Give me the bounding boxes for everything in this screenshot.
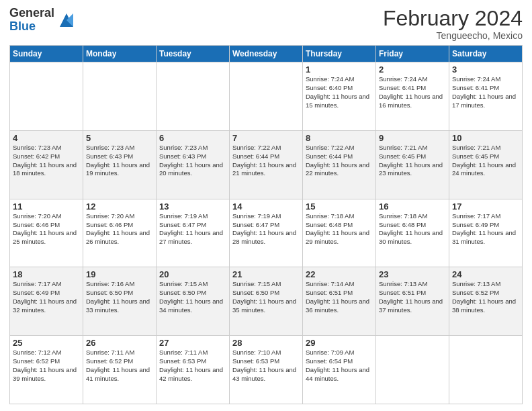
day-info: Sunrise: 7:11 AM Sunset: 6:52 PM Dayligh… (86, 349, 153, 383)
day-info: Sunrise: 7:19 AM Sunset: 6:47 PM Dayligh… (159, 212, 226, 246)
subtitle: Tengueecho, Mexico (383, 30, 523, 41)
calendar-cell: 2Sunrise: 7:24 AM Sunset: 6:41 PM Daylig… (376, 62, 449, 131)
calendar-week-5: 25Sunrise: 7:12 AM Sunset: 6:52 PM Dayli… (10, 336, 523, 404)
calendar-cell: 4Sunrise: 7:23 AM Sunset: 6:42 PM Daylig… (10, 130, 83, 199)
day-number: 14 (232, 201, 300, 212)
day-info: Sunrise: 7:18 AM Sunset: 6:48 PM Dayligh… (379, 212, 446, 246)
day-number: 15 (306, 201, 373, 212)
day-number: 29 (306, 338, 373, 348)
calendar-cell: 19Sunrise: 7:16 AM Sunset: 6:50 PM Dayli… (83, 267, 157, 336)
day-info: Sunrise: 7:20 AM Sunset: 6:46 PM Dayligh… (86, 212, 153, 246)
day-info: Sunrise: 7:09 AM Sunset: 6:54 PM Dayligh… (306, 349, 373, 383)
calendar-cell: 12Sunrise: 7:20 AM Sunset: 6:46 PM Dayli… (83, 199, 157, 267)
logo: General Blue (9, 7, 76, 34)
col-thursday: Thursday (303, 46, 376, 62)
day-number: 5 (86, 133, 153, 143)
day-info: Sunrise: 7:17 AM Sunset: 6:49 PM Dayligh… (452, 212, 519, 246)
day-number: 23 (379, 269, 446, 279)
day-info: Sunrise: 7:22 AM Sunset: 6:44 PM Dayligh… (232, 144, 300, 178)
col-wednesday: Wednesday (230, 46, 303, 62)
day-number: 21 (232, 269, 300, 279)
calendar-cell: 3Sunrise: 7:24 AM Sunset: 6:41 PM Daylig… (449, 62, 523, 131)
col-saturday: Saturday (449, 46, 523, 62)
day-info: Sunrise: 7:24 AM Sunset: 6:41 PM Dayligh… (452, 75, 519, 109)
calendar-week-2: 4Sunrise: 7:23 AM Sunset: 6:42 PM Daylig… (10, 130, 523, 199)
day-number: 26 (86, 338, 153, 348)
main-title: February 2024 (383, 7, 523, 30)
calendar-cell: 28Sunrise: 7:10 AM Sunset: 6:53 PM Dayli… (230, 336, 303, 404)
day-info: Sunrise: 7:21 AM Sunset: 6:45 PM Dayligh… (452, 144, 519, 178)
calendar: Sunday Monday Tuesday Wednesday Thursday… (9, 45, 523, 404)
day-number: 6 (159, 133, 226, 143)
calendar-cell (83, 62, 157, 131)
day-info: Sunrise: 7:24 AM Sunset: 6:40 PM Dayligh… (306, 75, 373, 109)
day-number: 25 (13, 338, 80, 348)
calendar-cell: 26Sunrise: 7:11 AM Sunset: 6:52 PM Dayli… (83, 336, 157, 404)
calendar-cell: 7Sunrise: 7:22 AM Sunset: 6:44 PM Daylig… (230, 130, 303, 199)
day-number: 8 (306, 133, 373, 143)
day-info: Sunrise: 7:24 AM Sunset: 6:41 PM Dayligh… (379, 75, 446, 109)
day-info: Sunrise: 7:20 AM Sunset: 6:46 PM Dayligh… (13, 212, 80, 246)
day-number: 22 (306, 269, 373, 279)
day-number: 24 (452, 269, 519, 279)
day-number: 17 (452, 201, 519, 212)
day-number: 16 (379, 201, 446, 212)
day-number: 11 (13, 201, 80, 212)
title-block: February 2024 Tengueecho, Mexico (383, 7, 523, 41)
calendar-cell: 5Sunrise: 7:23 AM Sunset: 6:43 PM Daylig… (83, 130, 157, 199)
day-number: 9 (379, 133, 446, 143)
day-info: Sunrise: 7:23 AM Sunset: 6:43 PM Dayligh… (159, 144, 226, 178)
calendar-cell: 22Sunrise: 7:14 AM Sunset: 6:51 PM Dayli… (303, 267, 376, 336)
day-info: Sunrise: 7:17 AM Sunset: 6:49 PM Dayligh… (13, 280, 80, 314)
calendar-week-1: 1Sunrise: 7:24 AM Sunset: 6:40 PM Daylig… (10, 62, 523, 131)
day-number: 7 (232, 133, 300, 143)
calendar-cell: 6Sunrise: 7:23 AM Sunset: 6:43 PM Daylig… (157, 130, 230, 199)
day-number: 13 (159, 201, 226, 212)
logo-text: General Blue (9, 7, 54, 34)
col-sunday: Sunday (10, 46, 83, 62)
day-info: Sunrise: 7:13 AM Sunset: 6:51 PM Dayligh… (379, 280, 446, 314)
calendar-cell (10, 62, 83, 131)
calendar-cell (230, 62, 303, 131)
day-info: Sunrise: 7:16 AM Sunset: 6:50 PM Dayligh… (86, 280, 153, 314)
day-info: Sunrise: 7:10 AM Sunset: 6:53 PM Dayligh… (232, 349, 300, 383)
calendar-cell (449, 336, 523, 404)
day-info: Sunrise: 7:12 AM Sunset: 6:52 PM Dayligh… (13, 349, 80, 383)
calendar-week-4: 18Sunrise: 7:17 AM Sunset: 6:49 PM Dayli… (10, 267, 523, 336)
calendar-cell: 14Sunrise: 7:19 AM Sunset: 6:47 PM Dayli… (230, 199, 303, 267)
day-info: Sunrise: 7:21 AM Sunset: 6:45 PM Dayligh… (379, 144, 446, 178)
calendar-cell: 21Sunrise: 7:15 AM Sunset: 6:50 PM Dayli… (230, 267, 303, 336)
page: General Blue February 2024 Tengueecho, M… (0, 0, 532, 411)
col-monday: Monday (83, 46, 157, 62)
calendar-cell: 13Sunrise: 7:19 AM Sunset: 6:47 PM Dayli… (157, 199, 230, 267)
calendar-header-row: Sunday Monday Tuesday Wednesday Thursday… (10, 46, 523, 62)
day-info: Sunrise: 7:15 AM Sunset: 6:50 PM Dayligh… (232, 280, 300, 314)
calendar-cell: 25Sunrise: 7:12 AM Sunset: 6:52 PM Dayli… (10, 336, 83, 404)
day-number: 28 (232, 338, 300, 348)
calendar-cell: 18Sunrise: 7:17 AM Sunset: 6:49 PM Dayli… (10, 267, 83, 336)
day-info: Sunrise: 7:22 AM Sunset: 6:44 PM Dayligh… (306, 144, 373, 178)
day-info: Sunrise: 7:18 AM Sunset: 6:48 PM Dayligh… (306, 212, 373, 246)
calendar-cell: 24Sunrise: 7:13 AM Sunset: 6:52 PM Dayli… (449, 267, 523, 336)
day-number: 27 (159, 338, 226, 348)
calendar-cell: 16Sunrise: 7:18 AM Sunset: 6:48 PM Dayli… (376, 199, 449, 267)
logo-icon (57, 11, 76, 30)
calendar-cell: 9Sunrise: 7:21 AM Sunset: 6:45 PM Daylig… (376, 130, 449, 199)
day-info: Sunrise: 7:11 AM Sunset: 6:53 PM Dayligh… (159, 349, 226, 383)
day-info: Sunrise: 7:23 AM Sunset: 6:42 PM Dayligh… (13, 144, 80, 178)
calendar-cell: 29Sunrise: 7:09 AM Sunset: 6:54 PM Dayli… (303, 336, 376, 404)
logo-general: General (9, 7, 54, 20)
calendar-week-3: 11Sunrise: 7:20 AM Sunset: 6:46 PM Dayli… (10, 199, 523, 267)
day-number: 12 (86, 201, 153, 212)
calendar-cell (376, 336, 449, 404)
day-info: Sunrise: 7:14 AM Sunset: 6:51 PM Dayligh… (306, 280, 373, 314)
day-number: 19 (86, 269, 153, 279)
calendar-cell: 23Sunrise: 7:13 AM Sunset: 6:51 PM Dayli… (376, 267, 449, 336)
calendar-cell: 10Sunrise: 7:21 AM Sunset: 6:45 PM Dayli… (449, 130, 523, 199)
calendar-cell (157, 62, 230, 131)
day-info: Sunrise: 7:23 AM Sunset: 6:43 PM Dayligh… (86, 144, 153, 178)
day-info: Sunrise: 7:15 AM Sunset: 6:50 PM Dayligh… (159, 280, 226, 314)
day-number: 2 (379, 64, 446, 75)
calendar-cell: 27Sunrise: 7:11 AM Sunset: 6:53 PM Dayli… (157, 336, 230, 404)
calendar-cell: 11Sunrise: 7:20 AM Sunset: 6:46 PM Dayli… (10, 199, 83, 267)
